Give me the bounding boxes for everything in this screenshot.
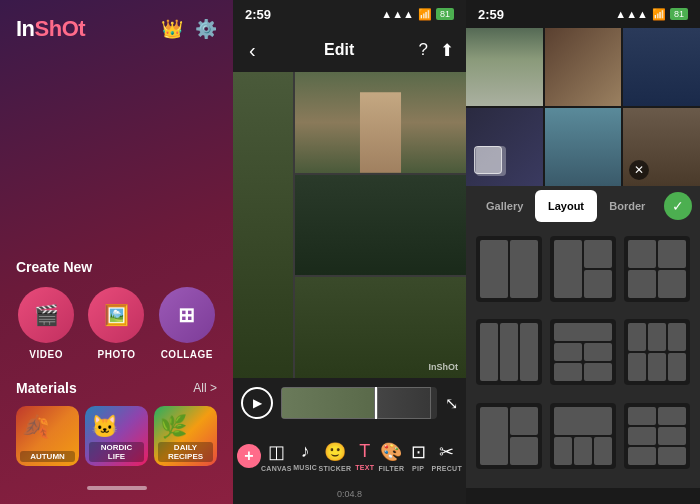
layout-cell (480, 323, 498, 381)
play-button[interactable]: ▶ (241, 387, 273, 419)
gallery-signal-icon: ▲▲▲ (615, 8, 648, 20)
collage-create-button[interactable]: ⊞ COLLAGE (157, 287, 217, 360)
help-icon[interactable]: ? (419, 40, 428, 61)
layout-cell (594, 437, 612, 465)
layout-cell (658, 427, 686, 445)
tool-sticker[interactable]: 🙂 STICKER (319, 437, 352, 476)
materials-grid: 🍂 AUTUMN 🐱 NORDIC LIFE 🌿 DAILY RECIPES (16, 406, 217, 466)
home-spacer (0, 50, 233, 251)
layout-option-7[interactable] (476, 403, 542, 469)
layout-cell (554, 343, 582, 361)
tool-text[interactable]: T TEXT (351, 437, 378, 475)
tab-gallery[interactable]: Gallery (474, 190, 535, 222)
gallery-photo-5[interactable] (545, 108, 622, 186)
photo-label: PHOTO (98, 349, 136, 360)
panel-edit: 2:59 ▲▲▲ 📶 81 ‹ Edit ? ⬆ InShOt ▶ ⤡ (233, 0, 466, 504)
layout-cell (658, 447, 686, 465)
layout-option-9[interactable] (624, 403, 690, 469)
layout-option-6[interactable] (624, 319, 690, 385)
layout-cell (520, 323, 538, 381)
layout-cell (658, 270, 686, 298)
gallery-photo-4[interactable] (466, 108, 543, 186)
gallery-battery-icon: 81 (670, 8, 688, 20)
back-button[interactable]: ‹ (245, 35, 260, 66)
video-label: VIDEO (29, 349, 63, 360)
gallery-photo-3[interactable] (623, 28, 700, 106)
remove-photo-button[interactable]: ✕ (629, 160, 649, 180)
edit-timeline: ▶ ⤡ (233, 378, 466, 428)
layout-cell (658, 240, 686, 268)
gallery-photo-1[interactable] (466, 28, 543, 106)
materials-all-link[interactable]: All > (193, 381, 217, 395)
crown-icon[interactable]: 👑 (161, 18, 183, 40)
layout-cell (500, 323, 518, 381)
photo-icon-circle: 🖼️ (88, 287, 144, 343)
layout-cell (554, 407, 612, 435)
layout-option-4[interactable] (476, 319, 542, 385)
layout-option-1[interactable] (476, 236, 542, 302)
tool-canvas[interactable]: ◫ CANVAS (261, 437, 292, 476)
layout-option-2[interactable] (550, 236, 616, 302)
tool-precut[interactable]: ✂ PRECUT (431, 437, 462, 476)
canvas-label: CANVAS (261, 465, 292, 472)
layout-grid-section (466, 226, 700, 488)
material-card-autumn[interactable]: 🍂 AUTUMN (16, 406, 79, 466)
layout-option-5[interactable] (550, 319, 616, 385)
timeline-track[interactable] (281, 387, 437, 419)
tool-pip[interactable]: ⊡ PIP (405, 437, 432, 476)
canvas-photo-building (295, 72, 466, 173)
music-label: MUSIC (293, 464, 317, 471)
video-create-button[interactable]: 🎬 VIDEO (16, 287, 76, 360)
tab-border[interactable]: Border (597, 190, 658, 222)
filter-icon: 🎨 (380, 441, 402, 463)
layout-cell (668, 323, 686, 351)
filter-label: FILTER (379, 465, 405, 472)
layout-cell (480, 240, 508, 298)
watch-display (474, 146, 502, 174)
edit-canvas: InShOt (233, 72, 466, 378)
tool-music[interactable]: ♪ MUSIC (292, 437, 319, 475)
edit-top-bar: ‹ Edit ? ⬆ (233, 28, 466, 72)
gallery-photo-2[interactable] (545, 28, 622, 106)
app-logo: InShOt (16, 16, 85, 42)
layout-cell (584, 240, 612, 268)
gallery-photos-grid: ✕ (466, 28, 700, 186)
edit-top-actions: ? ⬆ (419, 40, 454, 61)
layout-cell (648, 353, 666, 381)
timeline-time: 0:04.8 (337, 489, 362, 499)
edit-status-bar: 2:59 ▲▲▲ 📶 81 (233, 0, 466, 28)
settings-icon[interactable]: ⚙️ (195, 18, 217, 40)
layout-option-8[interactable] (550, 403, 616, 469)
collage-icon-circle: ⊞ (159, 287, 215, 343)
text-icon: T (359, 441, 370, 462)
share-icon[interactable]: ⬆ (440, 40, 454, 61)
canvas-photo-grid (233, 72, 466, 378)
layout-cell (584, 270, 612, 298)
gallery-photo-6[interactable]: ✕ (623, 108, 700, 186)
photo-create-button[interactable]: 🖼️ PHOTO (86, 287, 146, 360)
tab-layout[interactable]: Layout (535, 190, 596, 222)
material-card-daily[interactable]: 🌿 DAILY RECIPES (154, 406, 217, 466)
create-new-section: Create New 🎬 VIDEO 🖼️ PHOTO ⊞ COLLAGE (0, 251, 233, 372)
home-header: InShOt 👑 ⚙️ (0, 0, 233, 50)
logo-text: In (16, 16, 35, 41)
timeline-segment-2 (377, 387, 432, 419)
add-clip-button[interactable]: + (237, 444, 261, 468)
create-new-label: Create New (16, 259, 217, 275)
material-card-nordic[interactable]: 🐱 NORDIC LIFE (85, 406, 148, 466)
layout-cell (658, 407, 686, 425)
layout-cell (628, 323, 646, 351)
layout-cell (628, 353, 646, 381)
video-icon: 🎬 (34, 303, 59, 327)
layout-cell (628, 407, 656, 425)
timeline-segment-1 (281, 387, 375, 419)
canvas-photo-sky (233, 72, 293, 378)
create-buttons: 🎬 VIDEO 🖼️ PHOTO ⊞ COLLAGE (16, 287, 217, 360)
confirm-button[interactable]: ✓ (664, 192, 692, 220)
edit-tools: + ◫ CANVAS ♪ MUSIC 🙂 STICKER T TEXT 🎨 FI… (233, 428, 466, 484)
tool-filter[interactable]: 🎨 FILTER (378, 437, 405, 476)
layout-option-3[interactable] (624, 236, 690, 302)
gallery-bottom-bar (466, 488, 700, 504)
home-indicator (87, 486, 147, 490)
expand-icon[interactable]: ⤡ (445, 394, 458, 413)
